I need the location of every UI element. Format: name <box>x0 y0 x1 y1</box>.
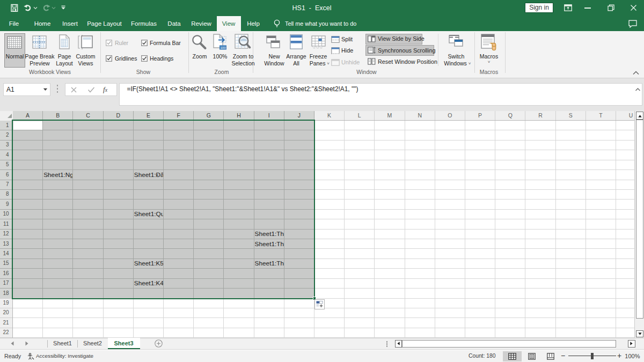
svg-text:100: 100 <box>220 46 226 49</box>
